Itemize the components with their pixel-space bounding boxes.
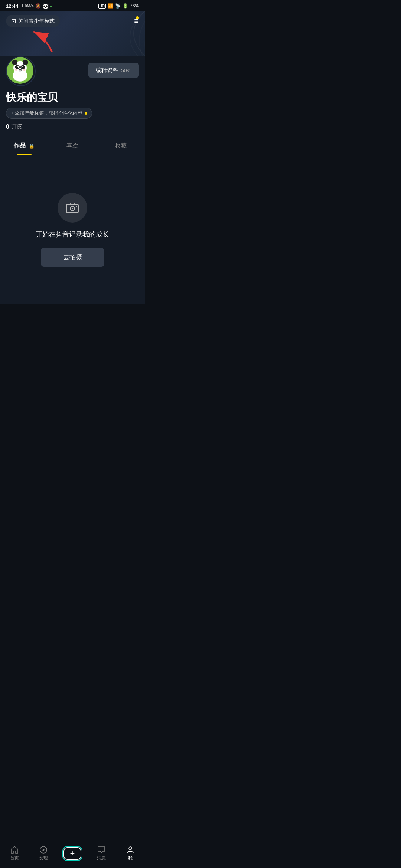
youth-mode-label: 关闭青少年模式 xyxy=(18,18,55,24)
tabs-bar: 作品 🔒 喜欢 收藏 xyxy=(0,137,145,155)
age-tag-label: + 添加年龄标签，获得个性化内容 xyxy=(11,110,82,116)
svg-point-11 xyxy=(22,67,23,68)
svg-point-5 xyxy=(23,60,28,65)
age-tag-button[interactable]: + 添加年龄标签，获得个性化内容 xyxy=(6,108,92,119)
tab-likes[interactable]: 喜欢 xyxy=(48,137,97,155)
tab-favorites[interactable]: 收藏 xyxy=(97,137,145,155)
profile-top: 编辑资料 50% xyxy=(6,56,139,86)
tab-works-label: 作品 xyxy=(14,142,26,149)
edit-profile-label: 编辑资料 xyxy=(96,67,118,74)
signal-icon: 📶 xyxy=(108,3,113,9)
age-tag-dot xyxy=(85,112,87,115)
avatar-container xyxy=(6,56,36,86)
avatar-small-icon: 🐼 xyxy=(42,3,49,9)
svg-point-12 xyxy=(19,69,21,70)
avatar xyxy=(7,57,33,84)
header-area: ⊡ 关闭青少年模式 ≡ xyxy=(0,11,145,56)
subscribe-label: 订阅 xyxy=(11,124,23,130)
username: 快乐的宝贝 xyxy=(6,86,139,108)
svg-point-4 xyxy=(12,60,17,65)
camera-icon xyxy=(66,201,79,214)
tab-works[interactable]: 作品 🔒 xyxy=(0,137,48,155)
battery-percent: 76% xyxy=(130,3,139,9)
camera-icon-circle xyxy=(58,193,87,223)
shoot-button-label: 去拍摄 xyxy=(63,254,82,261)
status-speed: 1.0M/s xyxy=(21,4,34,8)
svg-point-10 xyxy=(17,67,18,68)
menu-notification-dot xyxy=(136,16,139,19)
edit-profile-button[interactable]: 编辑资料 50% xyxy=(88,63,139,78)
subscribe-num: 0 xyxy=(6,124,9,130)
content-area: 开始在抖音记录我的成长 去拍摄 xyxy=(0,155,145,304)
dot-icon: ● xyxy=(50,4,52,8)
status-bar: 12:44 1.0M/s 🔕 🐼 ● · HD 📶 📡 🔋 76% xyxy=(0,0,145,11)
subscribe-count: 0 订阅 xyxy=(6,123,139,137)
tab-likes-label: 喜欢 xyxy=(66,142,78,149)
hd-badge: HD xyxy=(98,4,106,9)
svg-point-17 xyxy=(72,208,73,209)
tab-favorites-label: 收藏 xyxy=(115,142,127,149)
menu-button[interactable]: ≡ xyxy=(134,16,139,26)
shoot-button[interactable]: 去拍摄 xyxy=(41,248,104,267)
wifi-icon: 📡 xyxy=(115,3,121,9)
svg-point-18 xyxy=(76,206,77,207)
lock-icon: 🔒 xyxy=(29,143,35,149)
svg-point-13 xyxy=(15,69,17,71)
edit-profile-percent: 50% xyxy=(121,68,131,73)
status-time: 12:44 xyxy=(6,3,18,9)
bottom-spacer xyxy=(0,304,145,330)
battery-icon: 🔋 xyxy=(123,3,128,9)
profile-section: 编辑资料 50% 快乐的宝贝 + 添加年龄标签，获得个性化内容 0 订阅 xyxy=(0,56,145,137)
youth-mode-button[interactable]: ⊡ 关闭青少年模式 xyxy=(6,15,60,27)
mute-icon: 🔕 xyxy=(35,3,41,9)
status-right: HD 📶 📡 🔋 76% xyxy=(98,3,139,9)
status-left: 12:44 1.0M/s 🔕 🐼 ● · xyxy=(6,3,55,9)
youth-mode-icon: ⊡ xyxy=(11,17,16,24)
empty-state-text: 开始在抖音记录我的成长 xyxy=(36,230,109,239)
dot2-icon: · xyxy=(54,4,55,8)
arrow-annotation xyxy=(30,28,59,55)
top-bar: ⊡ 关闭青少年模式 ≡ xyxy=(0,11,145,31)
svg-point-14 xyxy=(23,69,25,71)
